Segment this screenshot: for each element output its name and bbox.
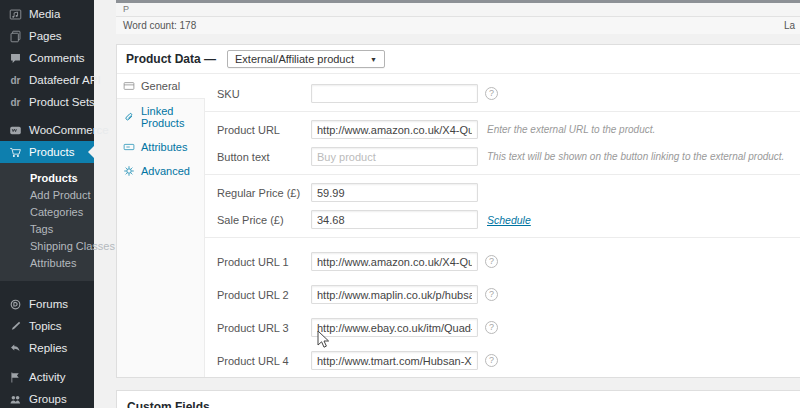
field-row-button-text: Button text This text will be shown on t…: [205, 143, 800, 170]
sidebar-item-products[interactable]: Products: [0, 141, 94, 163]
divider: [205, 111, 800, 112]
button-text-input[interactable]: [311, 147, 478, 166]
help-icon[interactable]: ?: [485, 321, 498, 334]
product-url-2-label: Product URL 2: [217, 289, 311, 301]
submenu-item-categories[interactable]: Categories: [0, 204, 94, 221]
field-row-sku: SKU ?: [205, 80, 800, 107]
sidebar-item-pages[interactable]: Pages: [0, 25, 94, 47]
sidebar-item-label: WooCommerce: [29, 124, 109, 136]
sidebar-item-topics[interactable]: Topics: [0, 315, 94, 337]
tab-linked-products[interactable]: Linked Products: [117, 99, 204, 135]
sidebar-item-product-sets[interactable]: dr Product Sets: [0, 91, 94, 113]
product-data-tabs: General Linked Products Attributes Advan…: [117, 74, 205, 377]
topics-icon: [9, 320, 22, 333]
product-url-1-input[interactable]: [311, 252, 478, 271]
product-url-3-input[interactable]: [311, 318, 478, 337]
help-icon[interactable]: ?: [485, 87, 498, 100]
attributes-icon: [123, 141, 135, 153]
field-row-sale-price: Sale Price (£) Schedule: [205, 206, 800, 233]
product-url-4-input[interactable]: [311, 351, 478, 370]
comment-icon: [9, 52, 22, 65]
tab-general[interactable]: General: [117, 74, 205, 99]
regular-price-label: Regular Price (£): [217, 187, 311, 199]
product-data-fields: SKU ? Product URL Enter the external URL…: [205, 74, 800, 377]
sidebar-item-label: Datafeedr API: [29, 74, 101, 86]
cart-icon: [9, 146, 22, 159]
sale-price-label: Sale Price (£): [217, 214, 311, 226]
schedule-link[interactable]: Schedule: [487, 214, 531, 226]
sidebar-item-datafeedr-api[interactable]: dr Datafeedr API: [0, 69, 94, 91]
card-icon: [123, 80, 135, 92]
paperclip-icon: [123, 111, 135, 123]
woocommerce-icon: [9, 124, 22, 137]
submenu-item-shipping-classes[interactable]: Shipping Classes: [0, 238, 94, 255]
sidebar-item-label: Forums: [29, 298, 68, 310]
sidebar-item-activity[interactable]: Activity: [0, 366, 94, 388]
sidebar-item-label: Comments: [29, 52, 85, 64]
tab-advanced[interactable]: Advanced: [117, 159, 204, 183]
button-text-label: Button text: [217, 151, 311, 163]
sale-price-input[interactable]: [311, 210, 478, 229]
product-url-3-label: Product URL 3: [217, 322, 311, 334]
help-icon[interactable]: ?: [485, 354, 498, 367]
submenu-item-attributes[interactable]: Attributes: [0, 255, 94, 272]
custom-fields-panel: Custom Fields: [116, 390, 800, 408]
field-row-product-url-4: Product URL 4 ?: [205, 344, 800, 377]
sidebar-item-label: Products: [29, 146, 74, 158]
help-icon[interactable]: ?: [485, 255, 498, 268]
sku-label: SKU: [217, 88, 311, 100]
product-type-select[interactable]: External/Affiliate product ▼: [227, 50, 385, 68]
field-row-product-url-1: Product URL 1 ?: [205, 245, 800, 278]
field-row-product-url-2: Product URL 2 ?: [205, 278, 800, 311]
datafeedr-icon: dr: [9, 97, 22, 108]
main-content: P Word count: 178 La Product Data — Exte…: [94, 0, 800, 408]
products-submenu: Products Add Product Categories Tags Shi…: [0, 163, 94, 281]
tab-attributes[interactable]: Attributes: [117, 135, 204, 159]
chevron-down-icon: ▼: [370, 56, 377, 63]
regular-price-input[interactable]: [311, 183, 478, 202]
sidebar-item-media[interactable]: Media: [0, 3, 94, 25]
divider: [205, 237, 800, 238]
gear-icon: [123, 165, 135, 177]
product-url-hint: Enter the external URL to the product.: [487, 124, 655, 135]
sidebar-item-label: Product Sets: [29, 96, 95, 108]
sidebar-item-groups[interactable]: Groups: [0, 388, 94, 408]
forums-icon: [9, 298, 22, 311]
sidebar-item-label: Topics: [29, 320, 62, 332]
product-url-input[interactable]: [311, 120, 478, 139]
editor-path-bar[interactable]: P: [116, 3, 800, 17]
product-data-header: Product Data — External/Affiliate produc…: [117, 45, 800, 74]
groups-icon: [9, 393, 22, 406]
sidebar-item-label: Replies: [29, 342, 67, 354]
help-icon[interactable]: ?: [485, 288, 498, 301]
datafeedr-icon: dr: [9, 75, 22, 86]
product-data-panel: Product Data — External/Affiliate produc…: [116, 44, 800, 378]
sidebar-item-forums[interactable]: Forums: [0, 293, 94, 315]
sidebar-item-woocommerce[interactable]: WooCommerce: [0, 119, 94, 141]
media-icon: [9, 8, 22, 21]
activity-icon: [9, 371, 22, 384]
word-count: Word count: 178: [123, 20, 196, 31]
submenu-item-add-product[interactable]: Add Product: [0, 187, 94, 204]
editor-status-bar: Word count: 178 La: [116, 17, 800, 34]
sidebar-item-label: Media: [29, 8, 60, 20]
divider: [205, 174, 800, 175]
submenu-item-tags[interactable]: Tags: [0, 221, 94, 238]
product-type-selected: External/Affiliate product: [235, 53, 354, 65]
sidebar-item-comments[interactable]: Comments: [0, 47, 94, 69]
editor-path-element[interactable]: P: [123, 4, 129, 14]
field-row-product-url-3: Product URL 3 ?: [205, 311, 800, 344]
product-url-4-label: Product URL 4: [217, 355, 311, 367]
product-url-2-input[interactable]: [311, 285, 478, 304]
replies-icon: [9, 342, 22, 355]
sidebar-item-label: Activity: [29, 371, 65, 383]
admin-sidebar: Media Pages Comments dr Datafeedr API dr…: [0, 0, 94, 408]
sidebar-item-label: Groups: [29, 393, 67, 405]
panel-title: Product Data —: [126, 52, 216, 66]
submenu-item-products[interactable]: Products: [0, 170, 94, 187]
sku-input[interactable]: [311, 84, 478, 103]
product-url-label: Product URL: [217, 124, 311, 136]
sidebar-item-replies[interactable]: Replies: [0, 337, 94, 359]
field-row-product-url: Product URL Enter the external URL to th…: [205, 116, 800, 143]
custom-fields-title: Custom Fields: [127, 400, 210, 408]
